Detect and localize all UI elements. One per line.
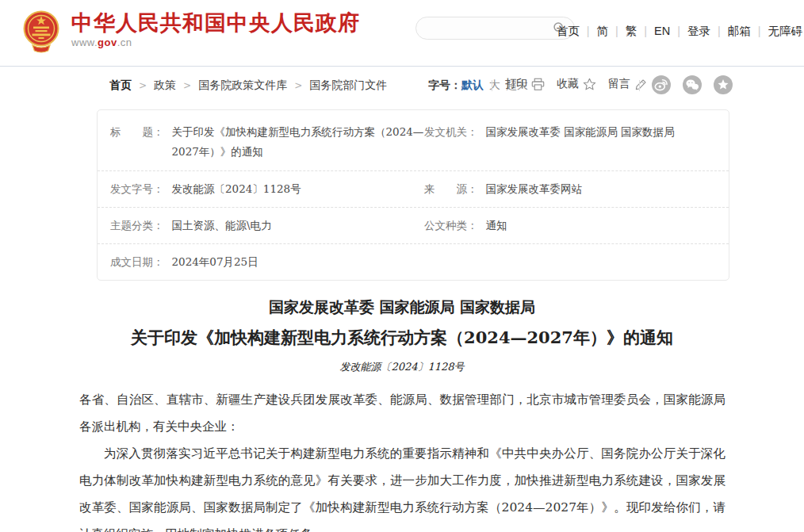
breadcrumb-department-docs[interactable]: 国务院部门文件: [287, 78, 387, 91]
document-toolbar: 首页政策国务院政策文件库国务院部门文件 字号：默认大超大 打印 收藏 留言: [0, 73, 804, 101]
font-size-default[interactable]: 默认: [461, 78, 484, 91]
favorite-button[interactable]: 收藏: [557, 77, 596, 91]
font-size-label: 字号：: [428, 78, 461, 91]
top-nav: 首页简繁EN登录邮箱无障碍: [557, 24, 802, 39]
nav-english[interactable]: EN: [637, 25, 670, 37]
article-paragraph-main: 为深入贯彻落实习近平总书记关于构建新型电力系统的重要指示精神和《中共中央办公厅、…: [79, 440, 726, 532]
meta-row-date: 成文日期： 2024年07月25日: [98, 243, 729, 280]
meta-value-source: 国家发展改革委网站: [486, 179, 583, 199]
meta-label-date: 成文日期：: [110, 252, 164, 272]
meta-value-date: 2024年07月25日: [172, 252, 258, 272]
nav-login[interactable]: 登录: [670, 25, 710, 37]
comment-button[interactable]: 留言: [608, 77, 648, 91]
meta-row-doc-number: 发文字号： 发改能源〔2024〕1128号 来 源： 国家发展改革委网站: [98, 170, 729, 207]
share-buttons: [652, 75, 733, 94]
document-article: 国家发展改革委 国家能源局 国家数据局 关于印发《加快构建新型电力系统行动方案（…: [0, 297, 804, 532]
meta-value-doc-type: 通知: [486, 216, 507, 235]
favorite-label: 收藏: [557, 77, 579, 91]
meta-value-title: 关于印发《加快构建新型电力系统行动方案（2024—2027年）》的通知: [172, 122, 425, 162]
site-title: 中华人民共和国中央人民政府: [71, 10, 360, 36]
meta-row-category: 主题分类： 国土资源、能源\电力 公文种类： 通知: [98, 207, 729, 243]
meta-row-title: 标 题： 关于印发《加快构建新型电力系统行动方案（2024—2027年）》的通知…: [98, 110, 729, 170]
breadcrumb-policy[interactable]: 政策: [132, 78, 176, 91]
site-logo[interactable]: 中华人民共和国中央人民政府 www.gov.cn: [21, 10, 360, 54]
article-title-main: 关于印发《加快构建新型电力系统行动方案（2024—2027年）》的通知: [0, 327, 804, 349]
breadcrumb-policy-library[interactable]: 国务院政策文件库: [176, 78, 287, 91]
meta-value-category: 国土资源、能源\电力: [172, 216, 272, 235]
toolbar-divider: [492, 80, 492, 91]
nav-home[interactable]: 首页: [557, 25, 580, 37]
favorite-share-icon[interactable]: [714, 75, 733, 94]
printer-icon: [531, 78, 545, 91]
meta-label-source: 来 源：: [424, 179, 478, 199]
search-box: [415, 17, 575, 40]
article-body: 各省、自治区、直辖市、新疆生产建设兵团发展改革委、能源局、数据管理部门，北京市城…: [0, 386, 804, 532]
meta-label-title: 标 题：: [110, 122, 164, 142]
star-outline-icon: [583, 78, 596, 91]
meta-label-issuing-agency: 发文机关：: [424, 122, 478, 142]
print-label: 打印: [505, 77, 527, 91]
toolbar-divider: [639, 80, 640, 91]
article-paragraph-salutation: 各省、自治区、直辖市、新疆生产建设兵团发展改革委、能源局、数据管理部门，北京市城…: [79, 386, 726, 440]
meta-label-doc-type: 公文种类：: [424, 216, 478, 235]
nav-traditional[interactable]: 繁: [608, 25, 637, 37]
nav-accessibility[interactable]: 无障碍: [751, 25, 802, 37]
toolbar-actions: 打印 收藏 留言: [505, 77, 648, 91]
search-input[interactable]: [424, 21, 553, 35]
site-header: 中华人民共和国中央人民政府 www.gov.cn 首页简繁EN登录邮箱无障碍: [0, 0, 804, 67]
weibo-share-icon[interactable]: [652, 75, 671, 94]
national-emblem-icon: [21, 10, 61, 54]
nav-simplified[interactable]: 简: [580, 25, 608, 37]
comment-label: 留言: [608, 77, 630, 91]
article-title-agencies: 国家发展改革委 国家能源局 国家数据局: [0, 297, 804, 318]
wechat-share-icon[interactable]: [683, 75, 702, 94]
document-meta-card: 标 题： 关于印发《加快构建新型电力系统行动方案（2024—2027年）》的通知…: [97, 109, 729, 281]
nav-mail[interactable]: 邮箱: [710, 25, 751, 37]
meta-label-doc-number: 发文字号：: [110, 179, 164, 199]
site-url: www.gov.cn: [71, 36, 360, 48]
article-doc-number: 发改能源〔2024〕1128号: [0, 360, 804, 374]
breadcrumb-home[interactable]: 首页: [109, 78, 132, 91]
breadcrumb: 首页政策国务院政策文件库国务院部门文件: [109, 78, 387, 93]
meta-value-issuing-agency: 国家发展改革委 国家能源局 国家数据局: [486, 122, 675, 142]
print-button[interactable]: 打印: [505, 77, 545, 91]
pencil-icon: [634, 78, 648, 91]
meta-value-doc-number: 发改能源〔2024〕1128号: [172, 179, 301, 199]
meta-label-category: 主题分类：: [110, 216, 164, 235]
